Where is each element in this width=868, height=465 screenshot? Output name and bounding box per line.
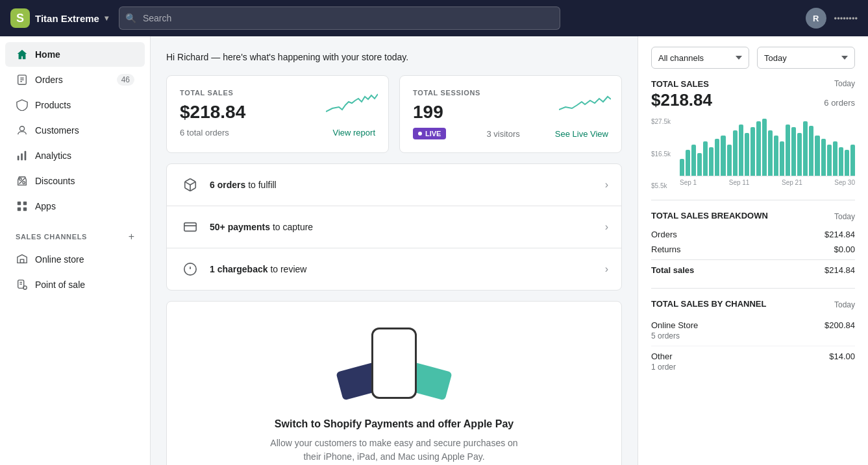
chart-bar [745, 133, 749, 176]
rp-breakdown-period: Today [834, 212, 855, 221]
add-channel-button[interactable]: + [123, 230, 140, 244]
chart-bar [750, 127, 755, 176]
svg-line-10 [19, 178, 25, 184]
review-chargeback-item[interactable]: 1 chargeback to review › [167, 248, 621, 290]
applepay-title: Switch to Shopify Payments and offer App… [180, 418, 608, 430]
orders-icon [16, 73, 29, 86]
chart-bar [691, 145, 696, 176]
svg-point-8 [19, 178, 22, 181]
chart-x-labels: Sep 1 Sep 11 Sep 21 Sep 30 [680, 179, 855, 186]
sidebar-item-pos[interactable]: Point of sale [5, 272, 145, 297]
chart-bar [833, 141, 837, 176]
applepay-illustration [329, 328, 459, 405]
topnav-right: R •••••••• [806, 8, 858, 29]
visitors-count: 3 visitors [487, 129, 520, 139]
chart-bar [715, 139, 719, 176]
chargeback-chevron-icon: › [605, 263, 608, 275]
sidebar-label-orders: Orders [35, 75, 63, 85]
svg-rect-6 [21, 153, 23, 160]
chargeback-icon [180, 259, 201, 280]
sidebar-label-analytics: Analytics [35, 150, 71, 161]
sidebar-item-analytics[interactable]: Analytics [5, 143, 145, 168]
chart-bars-area [680, 118, 855, 176]
total-sales-card: TOTAL SALES $218.84 6 total orders View … [166, 75, 389, 153]
chart-bar [727, 145, 732, 176]
action-cards: 6 orders to fulfill › 50+ payments to ca… [166, 163, 622, 291]
rp-total-sales-title: TOTAL SALES Today [651, 79, 855, 89]
topnav: S Titan Extreme ▾ 🔍 R •••••••• [0, 0, 868, 36]
total-sessions-footer: LIVE 3 visitors See Live View [413, 128, 608, 139]
sales-mini-chart [326, 89, 378, 117]
rp-breakdown-title: TOTAL SALES BREAKDOWN [651, 211, 768, 221]
channel-select[interactable]: All channels Online Store Point of Sale [651, 47, 749, 69]
sales-channels-title: SALES CHANNELS + [0, 219, 150, 246]
svg-rect-21 [184, 223, 196, 232]
svg-rect-14 [23, 208, 27, 211]
phone-shape [371, 328, 417, 399]
rp-channel-title: TOTAL SALES BY CHANNEL [651, 299, 766, 309]
chart-bar [774, 136, 778, 176]
sidebar-item-discounts[interactable]: Discounts [5, 169, 145, 193]
chart-bar [791, 127, 796, 176]
sidebar-item-orders[interactable]: Orders 46 [5, 67, 145, 92]
svg-rect-15 [20, 259, 23, 263]
live-view-link[interactable]: See Live View [555, 129, 608, 139]
view-report-link[interactable]: View report [332, 128, 375, 137]
capture-payments-item[interactable]: 50+ payments to capture › [167, 206, 621, 248]
greeting-text: Hi Richard — here's what's happening wit… [166, 52, 622, 62]
products-icon [16, 99, 29, 112]
fulfill-chevron-icon: › [605, 179, 608, 191]
main-content: Hi Richard — here's what's happening wit… [151, 36, 638, 465]
chart-bar [733, 130, 738, 176]
shopify-icon: S [10, 8, 30, 28]
payment-icon [180, 217, 201, 237]
chart-bar [786, 125, 790, 176]
fulfill-orders-item[interactable]: 6 orders to fulfill › [167, 164, 621, 206]
channel-online-store-row: Online Store $200.84 5 orders [651, 315, 855, 346]
sidebar-label-customers: Customers [35, 125, 79, 136]
svg-point-9 [23, 182, 25, 184]
chart-bar [821, 139, 826, 176]
svg-rect-11 [18, 202, 21, 205]
chart-bar [827, 145, 832, 176]
sales-chart: $27.5k $16.5k $5.5k Sep 1 Sep 11 Sep 21 … [651, 118, 855, 189]
sidebar-label-home: Home [35, 49, 60, 60]
rp-channel-period: Today [834, 300, 855, 309]
rp-header: All channels Online Store Point of Sale … [651, 47, 855, 69]
sidebar-item-apps[interactable]: Apps [5, 194, 145, 219]
user-name-hidden: •••••••• [834, 14, 858, 23]
brand-logo[interactable]: S Titan Extreme ▾ [10, 8, 108, 28]
search-input[interactable] [119, 6, 560, 30]
sidebar-item-home[interactable]: Home [5, 42, 145, 67]
sidebar-item-customers[interactable]: Customers [5, 118, 145, 143]
sidebar-label-discounts: Discounts [35, 176, 75, 186]
sidebar-label-online-store: Online store [35, 254, 84, 265]
divider-2 [651, 288, 855, 289]
box-icon [180, 174, 201, 195]
pos-icon [16, 278, 29, 291]
chart-bar [703, 141, 708, 176]
chart-bar [809, 126, 813, 176]
chart-y-labels: $27.5k $16.5k $5.5k [651, 118, 671, 189]
chart-bar [709, 147, 713, 176]
sidebar-item-online-store[interactable]: Online store [5, 247, 145, 272]
chart-bar [721, 136, 725, 176]
live-badge: LIVE [413, 128, 446, 139]
sidebar-nav: Home Orders 46 Products [0, 36, 150, 303]
period-select[interactable]: Today Yesterday Last 7 days Last 30 days [757, 47, 855, 69]
discounts-icon [16, 174, 29, 187]
search-icon: 🔍 [125, 13, 136, 23]
chart-bar [739, 125, 743, 176]
home-icon [16, 48, 29, 61]
sidebar-item-products[interactable]: Products [5, 93, 145, 117]
sidebar-label-pos: Point of sale [35, 280, 85, 290]
divider-1 [651, 200, 855, 200]
svg-point-4 [19, 126, 24, 131]
total-sessions-card: TOTAL SESSIONS 199 LIVE 3 visitors See L… [399, 75, 622, 153]
chart-bar [815, 136, 819, 176]
avatar[interactable]: R [806, 8, 826, 29]
breakdown-total-row: Total sales $214.84 [651, 259, 855, 278]
sidebar: Home Orders 46 Products [0, 36, 151, 465]
chargeback-text: 1 chargeback to review [210, 264, 306, 274]
orders-badge: 46 [117, 74, 134, 86]
